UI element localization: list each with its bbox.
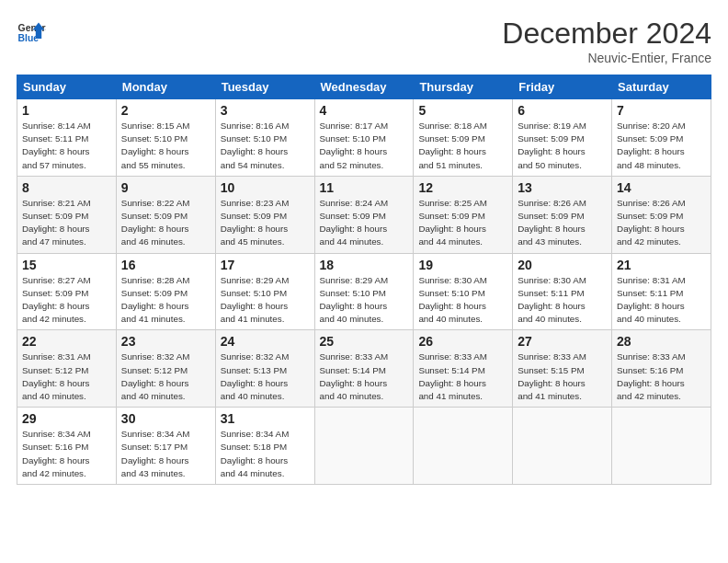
col-header-friday: Friday — [513, 75, 612, 99]
day-info: Sunrise: 8:30 AM Sunset: 5:10 PM Dayligh… — [418, 274, 507, 327]
day-cell: 30Sunrise: 8:34 AM Sunset: 5:17 PM Dayli… — [116, 408, 215, 485]
day-number: 18 — [320, 258, 409, 272]
week-row-1: 1Sunrise: 8:14 AM Sunset: 5:11 PM Daylig… — [17, 99, 711, 177]
day-info: Sunrise: 8:27 AM Sunset: 5:09 PM Dayligh… — [22, 274, 111, 327]
day-cell: 6Sunrise: 8:19 AM Sunset: 5:09 PM Daylig… — [513, 99, 612, 177]
day-cell: 31Sunrise: 8:34 AM Sunset: 5:18 PM Dayli… — [215, 408, 314, 485]
day-number: 10 — [221, 180, 310, 195]
day-info: Sunrise: 8:31 AM Sunset: 5:12 PM Dayligh… — [22, 350, 111, 403]
day-number: 15 — [22, 258, 111, 272]
day-number: 9 — [121, 180, 210, 195]
day-cell: 4Sunrise: 8:17 AM Sunset: 5:10 PM Daylig… — [314, 99, 414, 177]
day-info: Sunrise: 8:19 AM Sunset: 5:09 PM Dayligh… — [518, 120, 607, 172]
day-cell: 28Sunrise: 8:33 AM Sunset: 5:16 PM Dayli… — [612, 330, 711, 408]
day-cell: 3Sunrise: 8:16 AM Sunset: 5:10 PM Daylig… — [215, 99, 314, 177]
day-cell: 12Sunrise: 8:25 AM Sunset: 5:09 PM Dayli… — [414, 176, 513, 253]
day-info: Sunrise: 8:30 AM Sunset: 5:11 PM Dayligh… — [518, 274, 607, 327]
day-number: 20 — [518, 258, 607, 272]
col-header-sunday: Sunday — [17, 75, 117, 99]
day-info: Sunrise: 8:33 AM Sunset: 5:15 PM Dayligh… — [518, 350, 607, 403]
header: General Blue December 2024 Neuvic-Entier… — [17, 17, 711, 65]
calendar-container: General Blue December 2024 Neuvic-Entier… — [0, 0, 728, 494]
day-info: Sunrise: 8:18 AM Sunset: 5:09 PM Dayligh… — [418, 120, 507, 172]
week-row-5: 29Sunrise: 8:34 AM Sunset: 5:16 PM Dayli… — [17, 408, 711, 485]
day-cell: 16Sunrise: 8:28 AM Sunset: 5:09 PM Dayli… — [116, 253, 215, 330]
day-cell — [414, 408, 513, 485]
day-info: Sunrise: 8:28 AM Sunset: 5:09 PM Dayligh… — [121, 274, 210, 327]
day-info: Sunrise: 8:22 AM Sunset: 5:09 PM Dayligh… — [121, 197, 210, 249]
week-row-3: 15Sunrise: 8:27 AM Sunset: 5:09 PM Dayli… — [17, 253, 711, 330]
day-cell: 7Sunrise: 8:20 AM Sunset: 5:09 PM Daylig… — [612, 99, 711, 177]
day-number: 16 — [121, 258, 210, 272]
logo-icon: General Blue — [17, 17, 46, 46]
day-info: Sunrise: 8:32 AM Sunset: 5:12 PM Dayligh… — [121, 350, 210, 403]
day-number: 26 — [418, 334, 507, 349]
week-row-4: 22Sunrise: 8:31 AM Sunset: 5:12 PM Dayli… — [17, 330, 711, 408]
day-info: Sunrise: 8:14 AM Sunset: 5:11 PM Dayligh… — [22, 120, 111, 172]
day-cell — [513, 408, 612, 485]
day-info: Sunrise: 8:29 AM Sunset: 5:10 PM Dayligh… — [221, 274, 310, 327]
day-number: 2 — [121, 103, 210, 118]
day-cell: 22Sunrise: 8:31 AM Sunset: 5:12 PM Dayli… — [17, 330, 117, 408]
day-cell: 17Sunrise: 8:29 AM Sunset: 5:10 PM Dayli… — [215, 253, 314, 330]
day-info: Sunrise: 8:26 AM Sunset: 5:09 PM Dayligh… — [617, 197, 706, 249]
day-info: Sunrise: 8:24 AM Sunset: 5:09 PM Dayligh… — [320, 197, 409, 249]
day-info: Sunrise: 8:17 AM Sunset: 5:10 PM Dayligh… — [320, 120, 409, 172]
day-info: Sunrise: 8:20 AM Sunset: 5:09 PM Dayligh… — [617, 120, 706, 172]
day-number: 13 — [518, 180, 607, 195]
day-number: 29 — [22, 411, 111, 426]
day-cell: 9Sunrise: 8:22 AM Sunset: 5:09 PM Daylig… — [116, 176, 215, 253]
day-info: Sunrise: 8:25 AM Sunset: 5:09 PM Dayligh… — [418, 197, 507, 249]
subtitle: Neuvic-Entier, France — [502, 51, 711, 65]
day-info: Sunrise: 8:21 AM Sunset: 5:09 PM Dayligh… — [22, 197, 111, 249]
day-cell: 18Sunrise: 8:29 AM Sunset: 5:10 PM Dayli… — [314, 253, 414, 330]
day-cell: 11Sunrise: 8:24 AM Sunset: 5:09 PM Dayli… — [314, 176, 414, 253]
day-number: 27 — [518, 334, 607, 349]
day-cell: 10Sunrise: 8:23 AM Sunset: 5:09 PM Dayli… — [215, 176, 314, 253]
day-cell: 24Sunrise: 8:32 AM Sunset: 5:13 PM Dayli… — [215, 330, 314, 408]
day-info: Sunrise: 8:26 AM Sunset: 5:09 PM Dayligh… — [518, 197, 607, 249]
day-number: 11 — [320, 180, 409, 195]
col-header-tuesday: Tuesday — [215, 75, 314, 99]
day-number: 21 — [617, 258, 706, 272]
title-block: December 2024 Neuvic-Entier, France — [502, 17, 711, 65]
day-number: 14 — [617, 180, 706, 195]
day-number: 6 — [518, 103, 607, 118]
day-cell: 26Sunrise: 8:33 AM Sunset: 5:14 PM Dayli… — [414, 330, 513, 408]
day-cell: 21Sunrise: 8:31 AM Sunset: 5:11 PM Dayli… — [612, 253, 711, 330]
calendar-table: SundayMondayTuesdayWednesdayThursdayFrid… — [17, 75, 711, 485]
day-info: Sunrise: 8:34 AM Sunset: 5:16 PM Dayligh… — [22, 428, 111, 480]
month-title: December 2024 — [502, 17, 711, 51]
day-info: Sunrise: 8:16 AM Sunset: 5:10 PM Dayligh… — [221, 120, 310, 172]
col-header-wednesday: Wednesday — [314, 75, 414, 99]
day-number: 3 — [221, 103, 310, 118]
day-info: Sunrise: 8:34 AM Sunset: 5:18 PM Dayligh… — [221, 428, 310, 480]
day-number: 31 — [221, 411, 310, 426]
day-cell: 13Sunrise: 8:26 AM Sunset: 5:09 PM Dayli… — [513, 176, 612, 253]
day-cell: 25Sunrise: 8:33 AM Sunset: 5:14 PM Dayli… — [314, 330, 414, 408]
col-header-thursday: Thursday — [414, 75, 513, 99]
day-number: 17 — [221, 258, 310, 272]
day-cell: 15Sunrise: 8:27 AM Sunset: 5:09 PM Dayli… — [17, 253, 117, 330]
day-cell: 2Sunrise: 8:15 AM Sunset: 5:10 PM Daylig… — [116, 99, 215, 177]
day-number: 4 — [320, 103, 409, 118]
day-number: 5 — [418, 103, 507, 118]
day-number: 24 — [221, 334, 310, 349]
day-cell: 19Sunrise: 8:30 AM Sunset: 5:10 PM Dayli… — [414, 253, 513, 330]
day-info: Sunrise: 8:33 AM Sunset: 5:16 PM Dayligh… — [617, 350, 706, 403]
day-info: Sunrise: 8:32 AM Sunset: 5:13 PM Dayligh… — [221, 350, 310, 403]
day-number: 19 — [418, 258, 507, 272]
day-info: Sunrise: 8:31 AM Sunset: 5:11 PM Dayligh… — [617, 274, 706, 327]
day-info: Sunrise: 8:33 AM Sunset: 5:14 PM Dayligh… — [418, 350, 507, 403]
week-row-2: 8Sunrise: 8:21 AM Sunset: 5:09 PM Daylig… — [17, 176, 711, 253]
day-cell: 5Sunrise: 8:18 AM Sunset: 5:09 PM Daylig… — [414, 99, 513, 177]
day-info: Sunrise: 8:23 AM Sunset: 5:09 PM Dayligh… — [221, 197, 310, 249]
day-info: Sunrise: 8:15 AM Sunset: 5:10 PM Dayligh… — [121, 120, 210, 172]
day-number: 8 — [22, 180, 111, 195]
col-header-saturday: Saturday — [612, 75, 711, 99]
day-info: Sunrise: 8:34 AM Sunset: 5:17 PM Dayligh… — [121, 428, 210, 480]
header-row: SundayMondayTuesdayWednesdayThursdayFrid… — [17, 75, 711, 99]
day-cell: 20Sunrise: 8:30 AM Sunset: 5:11 PM Dayli… — [513, 253, 612, 330]
day-cell: 27Sunrise: 8:33 AM Sunset: 5:15 PM Dayli… — [513, 330, 612, 408]
day-cell: 1Sunrise: 8:14 AM Sunset: 5:11 PM Daylig… — [17, 99, 117, 177]
